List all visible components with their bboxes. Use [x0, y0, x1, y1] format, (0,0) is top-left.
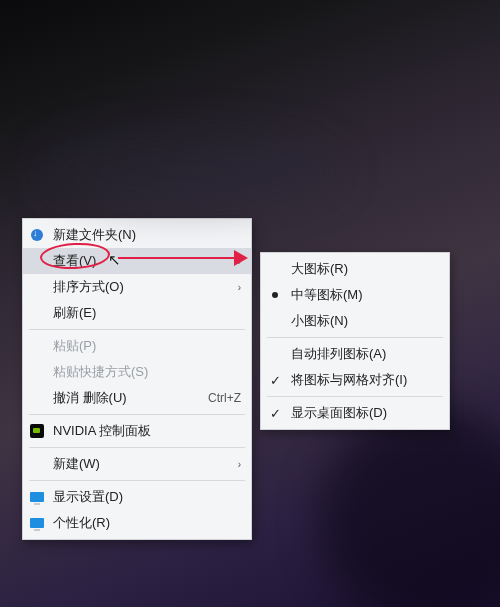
menu-item-align-grid[interactable]: ✓ 将图标与网格对齐(I) [261, 367, 449, 393]
menu-item-nvidia[interactable]: NVIDIA 控制面板 [23, 418, 251, 444]
submenu-arrow-icon: › [238, 282, 241, 293]
menu-item-medium-icons[interactable]: 中等图标(M) [261, 282, 449, 308]
menu-item-label: 粘贴(P) [53, 337, 241, 355]
menu-separator [29, 480, 245, 481]
menu-item-label: 撤消 删除(U) [53, 389, 200, 407]
menu-item-paste: 粘贴(P) [23, 333, 251, 359]
menu-item-label: 粘贴快捷方式(S) [53, 363, 241, 381]
menu-item-label: 个性化(R) [53, 514, 241, 532]
menu-item-personalize[interactable]: 个性化(R) [23, 510, 251, 536]
menu-item-label: 将图标与网格对齐(I) [291, 371, 439, 389]
check-icon: ✓ [267, 405, 283, 421]
menu-item-paste-shortcut: 粘贴快捷方式(S) [23, 359, 251, 385]
menu-item-small-icons[interactable]: 小图标(N) [261, 308, 449, 334]
menu-item-refresh[interactable]: 刷新(E) [23, 300, 251, 326]
check-icon: ✓ [267, 372, 283, 388]
monitor-icon [29, 489, 45, 505]
menu-separator [267, 396, 443, 397]
menu-item-undo-delete[interactable]: 撤消 删除(U) Ctrl+Z [23, 385, 251, 411]
menu-separator [29, 414, 245, 415]
menu-item-label: 自动排列图标(A) [291, 345, 439, 363]
menu-item-label: NVIDIA 控制面板 [53, 422, 241, 440]
view-submenu: 大图标(R) 中等图标(M) 小图标(N) 自动排列图标(A) ✓ 将图标与网格… [260, 252, 450, 430]
menu-item-accelerator: Ctrl+Z [208, 391, 241, 405]
menu-item-label: 中等图标(M) [291, 286, 439, 304]
menu-separator [29, 329, 245, 330]
submenu-arrow-icon: › [238, 256, 241, 267]
monitor-icon [29, 515, 45, 531]
menu-item-display-settings[interactable]: 显示设置(D) [23, 484, 251, 510]
desktop-context-menu: 新建文件夹(N) 查看(V) › 排序方式(O) › 刷新(E) 粘贴(P) 粘… [22, 218, 252, 540]
menu-item-new-folder[interactable]: 新建文件夹(N) [23, 222, 251, 248]
menu-item-label: 显示设置(D) [53, 488, 241, 506]
menu-item-label: 新建文件夹(N) [53, 226, 241, 244]
cursor-icon: ↖ [108, 251, 121, 269]
menu-item-label: 大图标(R) [291, 260, 439, 278]
menu-item-label: 小图标(N) [291, 312, 439, 330]
menu-separator [29, 447, 245, 448]
menu-item-sort[interactable]: 排序方式(O) › [23, 274, 251, 300]
menu-item-auto-arrange[interactable]: 自动排列图标(A) [261, 341, 449, 367]
folder-new-icon [29, 227, 45, 243]
menu-item-label: 查看(V) [53, 252, 230, 270]
nvidia-icon [29, 423, 45, 439]
menu-separator [267, 337, 443, 338]
menu-item-label: 显示桌面图标(D) [291, 404, 439, 422]
menu-item-large-icons[interactable]: 大图标(R) [261, 256, 449, 282]
menu-item-view[interactable]: 查看(V) › [23, 248, 251, 274]
menu-item-label: 刷新(E) [53, 304, 241, 322]
bullet-icon [267, 287, 283, 303]
menu-item-show-desktop-icons[interactable]: ✓ 显示桌面图标(D) [261, 400, 449, 426]
menu-item-label: 新建(W) [53, 455, 230, 473]
menu-item-label: 排序方式(O) [53, 278, 230, 296]
submenu-arrow-icon: › [238, 459, 241, 470]
menu-item-new[interactable]: 新建(W) › [23, 451, 251, 477]
